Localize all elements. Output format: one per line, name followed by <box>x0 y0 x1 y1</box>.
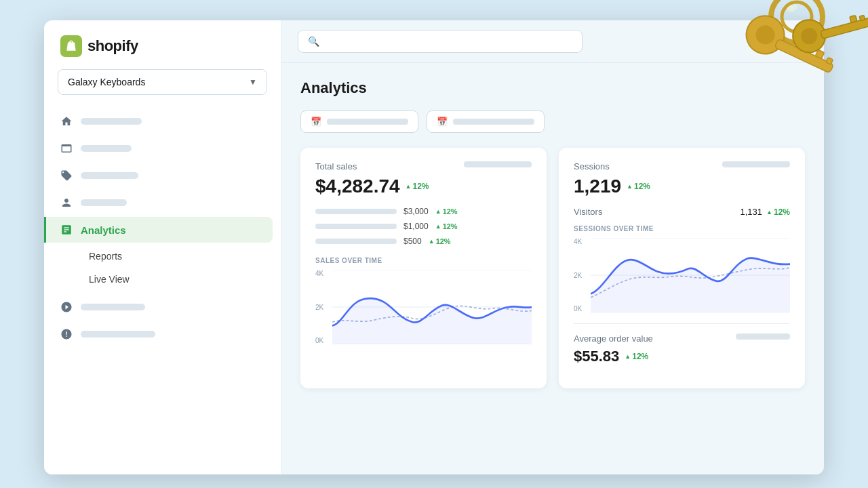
visitors-row: Visitors 1,131 12% <box>574 207 790 217</box>
svg-rect-16 <box>850 16 857 23</box>
metric-badge-2: 12% <box>435 222 458 230</box>
sessions-chart-label: SESSIONS OVER TIME <box>574 225 790 232</box>
metric-row-3: $500 12% <box>315 237 532 246</box>
avg-order-amount: $55.83 <box>574 348 619 365</box>
top-bar: 🔍 <box>281 20 824 63</box>
sidebar-item-products[interactable] <box>52 163 273 188</box>
metric-rows: $3,000 12% $1,000 12% $500 12% <box>315 207 532 246</box>
sidebar-logo: shopify <box>44 20 281 69</box>
browser-window: shopify Galaxy Keyboards ▼ <box>44 20 824 474</box>
page-title: Analytics <box>300 79 805 97</box>
card-total-sales: Total sales $4,282.74 12% $3,000 1 <box>300 148 547 388</box>
sessions-value: 1,219 12% <box>574 176 790 197</box>
search-icon: 🔍 <box>308 36 319 47</box>
sessions-count: 1,219 <box>574 176 621 197</box>
svg-rect-12 <box>826 58 833 65</box>
sidebar-item-reports[interactable]: Reports <box>81 245 273 267</box>
chevron-down-icon: ▼ <box>249 77 257 87</box>
total-sales-placeholder <box>464 161 532 167</box>
avg-order-title: Average order value <box>574 333 653 344</box>
metric-bar-1 <box>315 209 397 214</box>
sessions-title: Sessions <box>574 161 610 171</box>
metric-row-2: $1,000 12% <box>315 222 532 231</box>
metric-value-3: $500 <box>403 237 422 246</box>
customers-label-placeholder <box>81 199 127 206</box>
sidebar-item-marketing[interactable] <box>52 294 273 320</box>
store-name: Galaxy Keyboards <box>68 77 145 87</box>
home-label-placeholder <box>81 118 142 125</box>
calendar-icon: 📅 <box>311 117 321 127</box>
main-content: 🔍 Analytics 📅 📅 <box>281 20 824 474</box>
shopify-bag-icon <box>64 39 78 53</box>
date-compare-placeholder <box>453 119 534 125</box>
avg-order-change: 12% <box>632 352 648 361</box>
sessions-badge: 12% <box>627 182 650 191</box>
date-filter-compare[interactable]: 📅 <box>427 110 545 133</box>
total-sales-amount: $4,282.74 <box>315 176 400 197</box>
metric-badge-1: 12% <box>435 207 458 216</box>
s-axis-0k: 0K <box>574 305 582 312</box>
search-bar[interactable]: 🔍 <box>298 30 583 53</box>
sessions-chart-axis: 4K 2K 0K <box>574 238 582 312</box>
sidebar-item-home[interactable] <box>52 108 273 134</box>
axis-4k: 4K <box>315 270 323 277</box>
sales-chart-label: SALES OVER TIME <box>315 257 532 264</box>
svg-rect-17 <box>859 15 865 21</box>
sidebar-item-analytics[interactable]: Analytics <box>44 217 273 243</box>
sales-chart-axis: 4K 2K 0K <box>315 270 323 344</box>
marketing-label-placeholder <box>81 304 145 310</box>
metric-bar-3 <box>315 239 397 244</box>
visitors-label: Visitors <box>574 207 602 217</box>
card-sessions: Sessions 1,219 12% Visitors 1,131 <box>559 148 805 388</box>
store-selector[interactable]: Galaxy Keyboards ▼ <box>58 69 267 95</box>
orders-label-placeholder <box>81 145 132 152</box>
avg-order-value: $55.83 12% <box>574 348 790 365</box>
date-range-placeholder <box>327 119 408 125</box>
analytics-label: Analytics <box>81 224 126 236</box>
avg-order-preview: Average order value $55.83 12% <box>574 323 790 365</box>
sessions-change: 12% <box>634 182 650 191</box>
sales-chart-area: 4K 2K 0K <box>315 270 532 344</box>
total-sales-badge: 12% <box>406 182 429 191</box>
total-sales-value: $4,282.74 12% <box>315 176 532 197</box>
sidebar-item-customers[interactable] <box>52 190 273 216</box>
discounts-label-placeholder <box>81 331 155 338</box>
visitors-value: 1,131 12% <box>741 207 791 217</box>
avg-order-badge: 12% <box>625 352 648 361</box>
sidebar-item-orders[interactable] <box>52 136 273 161</box>
nav-items: Analytics Reports Live View <box>44 108 281 347</box>
total-sales-change: 12% <box>413 182 429 191</box>
shopify-logo-text: shopify <box>87 37 138 55</box>
sidebar-item-live-view[interactable]: Live View <box>81 268 273 290</box>
s-axis-4k: 4K <box>574 238 582 245</box>
axis-2k: 2K <box>315 304 323 311</box>
sessions-chart-area: 4K 2K 0K <box>574 238 790 312</box>
sidebar-item-discounts[interactable] <box>52 321 273 347</box>
total-sales-title: Total sales <box>315 161 357 171</box>
visitors-count: 1,131 <box>741 207 763 217</box>
discounts-icon <box>60 328 73 340</box>
date-filter-range[interactable]: 📅 <box>300 110 418 133</box>
cards-row: Total sales $4,282.74 12% $3,000 1 <box>300 148 805 388</box>
date-filters: 📅 📅 <box>300 110 805 133</box>
shopify-logo-bag <box>60 35 82 57</box>
visitors-change: 12% <box>774 207 790 217</box>
page-area: Analytics 📅 📅 Total sales <box>281 63 824 474</box>
orders-icon <box>60 142 73 155</box>
tags-icon <box>60 169 73 182</box>
sidebar: shopify Galaxy Keyboards ▼ <box>44 20 281 474</box>
avg-order-placeholder <box>736 333 790 340</box>
customers-icon <box>60 197 73 209</box>
sessions-placeholder <box>722 161 790 167</box>
marketing-icon <box>60 301 73 313</box>
s-axis-2k: 2K <box>574 272 582 279</box>
svg-point-18 <box>786 3 798 14</box>
metric-badge-3: 12% <box>429 237 451 245</box>
metric-value-1: $3,000 <box>403 207 429 216</box>
svg-rect-15 <box>821 17 868 39</box>
axis-0k: 0K <box>315 337 323 344</box>
metric-value-2: $1,000 <box>403 222 429 231</box>
analytics-icon <box>60 224 73 236</box>
metric-row-1: $3,000 12% <box>315 207 532 216</box>
sub-nav: Reports Live View <box>52 245 273 290</box>
